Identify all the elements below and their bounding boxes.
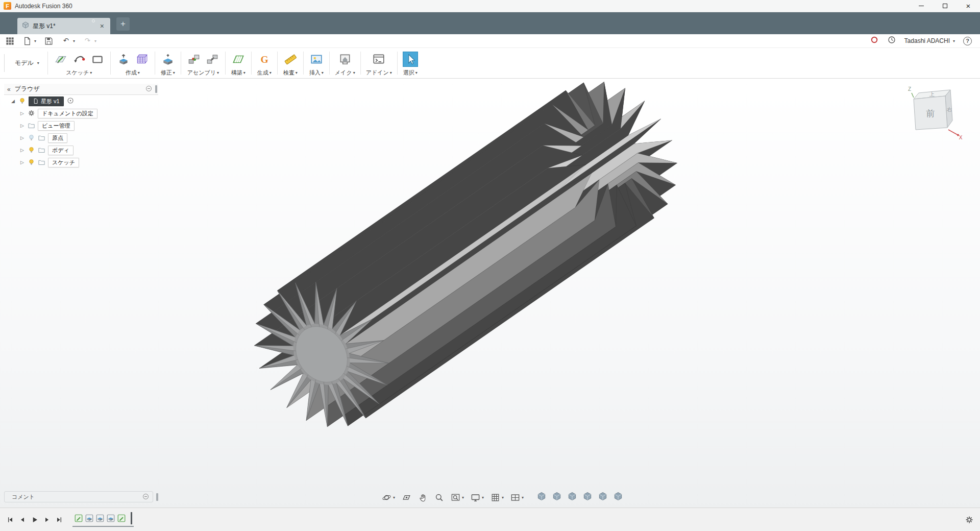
tab-close-icon[interactable]: ×: [98, 21, 106, 31]
timeline-feature-sketch-icon[interactable]: [74, 514, 83, 523]
ribbon-group-label[interactable]: 修正▾: [161, 69, 175, 77]
ribbon-group-label[interactable]: メイク▾: [335, 69, 355, 77]
job-status-icon[interactable]: [887, 35, 896, 46]
redo-icon[interactable]: ↷▾: [83, 36, 96, 46]
view-option-cube-icon[interactable]: [598, 491, 608, 503]
ribbon-group-label[interactable]: 生成▾: [257, 69, 272, 77]
ribbon-group-label[interactable]: 検査▾: [283, 69, 298, 77]
browser-item-label[interactable]: スケッチ: [48, 158, 79, 167]
timeline-feature-sketch-icon[interactable]: [117, 514, 126, 523]
timeline-settings-gear-icon[interactable]: [965, 515, 974, 524]
panel-minimize-icon[interactable]: [145, 85, 153, 93]
save-icon[interactable]: [44, 36, 54, 46]
timeline-feature-extrude-icon[interactable]: [95, 514, 105, 523]
ribbon-grip[interactable]: [4, 54, 5, 72]
timeline-feature-extrude-icon[interactable]: [85, 514, 94, 523]
grid-settings-icon[interactable]: ▾: [491, 493, 504, 502]
view-option-cube-icon[interactable]: [552, 491, 562, 503]
timeline-feature-extrude-icon[interactable]: [106, 514, 115, 523]
minimize-button[interactable]: [910, 0, 933, 12]
visibility-bulb-icon[interactable]: [28, 146, 35, 155]
undo-icon[interactable]: ↶▾: [61, 36, 75, 46]
ribbon-group-label[interactable]: アドイン▾: [366, 69, 392, 77]
new-tab-button[interactable]: +: [116, 17, 130, 31]
step-forward-icon[interactable]: [43, 516, 51, 524]
close-button[interactable]: ×: [957, 0, 980, 12]
browser-item-label[interactable]: ボディ: [48, 146, 74, 155]
make-icon[interactable]: [337, 52, 353, 67]
help-button[interactable]: ?: [963, 37, 972, 45]
view-option-cube-icon[interactable]: [582, 491, 593, 503]
ribbon-group-label[interactable]: 作成▾: [126, 69, 140, 77]
create-sketch-icon[interactable]: [53, 52, 68, 67]
select-icon[interactable]: [403, 52, 418, 67]
joint-icon[interactable]: [186, 52, 202, 67]
browser-root-row[interactable]: ◢星形 v1: [4, 95, 158, 107]
expand-arrow-icon[interactable]: ▷: [19, 160, 25, 165]
go-to-start-icon[interactable]: [6, 516, 14, 524]
ribbon-group-label[interactable]: 選択▾: [403, 69, 418, 77]
user-account-menu[interactable]: Tadashi ADACHI ▾: [904, 37, 955, 44]
orbit-icon[interactable]: ▾: [382, 493, 395, 502]
browser-item-label[interactable]: 原点: [48, 133, 67, 143]
press-pull-icon[interactable]: [160, 52, 176, 67]
measure-icon[interactable]: [283, 52, 298, 67]
expand-arrow-icon[interactable]: ▷: [19, 123, 25, 128]
viewports-icon[interactable]: ▾: [510, 493, 524, 502]
ribbon-group-label[interactable]: アセンブリ▾: [187, 69, 219, 77]
browser-item[interactable]: ▷ビュー管理: [4, 119, 158, 132]
view-option-cube-icon[interactable]: [536, 491, 547, 503]
file-menu-icon[interactable]: ▾: [22, 36, 36, 46]
expand-arrow-icon[interactable]: ▷: [19, 135, 25, 140]
visibility-bulb-icon[interactable]: [18, 97, 26, 106]
construction-plane-icon[interactable]: [231, 52, 246, 67]
browser-root-item[interactable]: 星形 v1: [29, 96, 64, 106]
ribbon-group-label[interactable]: スケッチ▾: [66, 69, 92, 77]
fit-icon[interactable]: ▾: [451, 493, 464, 502]
browser-item-label[interactable]: ドキュメントの設定: [38, 109, 97, 118]
expand-arrow-icon[interactable]: ◢: [10, 99, 16, 104]
pattern-icon[interactable]: [134, 52, 150, 67]
browser-item[interactable]: ▷ドキュメントの設定: [4, 107, 158, 119]
zoom-icon[interactable]: [434, 493, 444, 502]
expand-arrow-icon[interactable]: ▷: [19, 111, 25, 116]
extrude-icon[interactable]: [116, 52, 131, 67]
as-built-joint-icon[interactable]: [205, 52, 220, 67]
look-at-icon[interactable]: [402, 493, 411, 502]
browser-item[interactable]: ▷ボディ: [4, 144, 158, 156]
maximize-button[interactable]: [933, 0, 957, 12]
visibility-bulb-icon[interactable]: [28, 134, 35, 142]
ribbon-group-label[interactable]: 挿入▾: [309, 69, 324, 77]
insert-canvas-icon[interactable]: [309, 52, 324, 67]
pan-icon[interactable]: [418, 493, 428, 502]
workspace-selector[interactable]: モデル ▾: [7, 48, 47, 78]
play-icon[interactable]: [31, 516, 39, 524]
collapse-chevrons-icon[interactable]: «: [7, 86, 11, 93]
comment-bar[interactable]: コメント: [4, 491, 153, 502]
view-cube[interactable]: Z 前 上 右 X: [905, 83, 967, 145]
browser-item[interactable]: ▷原点: [4, 132, 158, 144]
record-icon[interactable]: [870, 35, 879, 46]
comment-resize-handle[interactable]: [156, 493, 158, 501]
browser-item-label[interactable]: ビュー管理: [38, 121, 75, 131]
expand-arrow-icon[interactable]: ▷: [19, 148, 25, 153]
comment-collapse-icon[interactable]: [142, 493, 150, 501]
go-to-end-icon[interactable]: [55, 516, 63, 524]
display-settings-icon[interactable]: ▾: [471, 493, 484, 502]
ribbon-group-label[interactable]: 構築▾: [231, 69, 246, 77]
view-option-cube-icon[interactable]: [567, 491, 577, 503]
app-grid-icon[interactable]: [5, 36, 15, 46]
visibility-bulb-icon[interactable]: [28, 158, 35, 167]
browser-item[interactable]: ▷スケッチ: [4, 156, 158, 168]
timeline-position-marker[interactable]: [131, 512, 132, 524]
document-tab[interactable]: 星形 v1* ×: [17, 18, 110, 34]
panel-resize-handle[interactable]: [155, 85, 157, 93]
scripts-addins-icon[interactable]: [371, 52, 386, 67]
sketch-project-icon[interactable]: [71, 52, 87, 67]
generative-design-icon[interactable]: G: [257, 52, 272, 67]
activate-component-icon[interactable]: [66, 96, 75, 106]
sketch-rectangle-icon[interactable]: [90, 52, 105, 67]
view-option-cube-icon[interactable]: [613, 491, 623, 503]
step-back-icon[interactable]: [18, 516, 27, 524]
viewport-canvas[interactable]: « ブラウザ ◢星形 v1▷ドキュメントの設定▷ビュー管理▷原点▷ボディ▷スケッ…: [0, 79, 980, 508]
